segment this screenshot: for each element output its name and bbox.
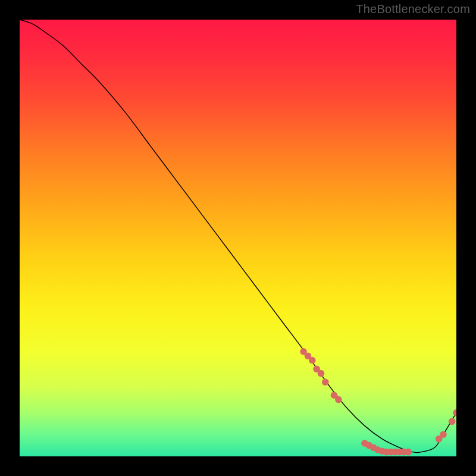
marker-dot: [309, 357, 316, 364]
plot-area: [20, 20, 456, 456]
chart-background: [20, 20, 456, 456]
marker-dot: [322, 378, 329, 386]
chart-stage: TheBottlenecker.com: [0, 0, 476, 476]
marker-dot: [440, 431, 447, 439]
marker-dot: [405, 449, 412, 456]
watermark-text: TheBottlenecker.com: [356, 2, 470, 16]
chart-svg: [20, 20, 456, 456]
marker-dot: [318, 370, 325, 377]
marker-dot: [449, 418, 456, 425]
marker-dot: [335, 396, 342, 403]
